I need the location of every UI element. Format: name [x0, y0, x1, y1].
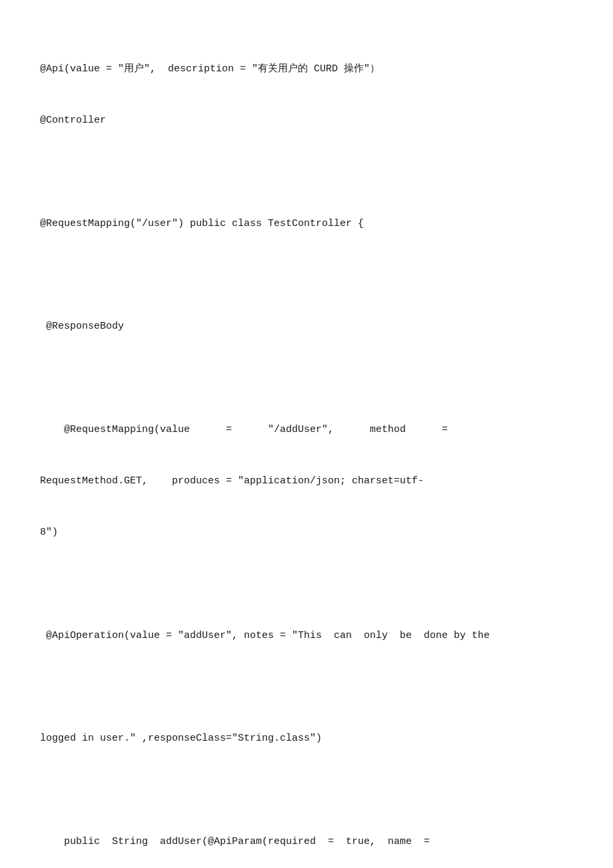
code-line-6: @ResponseBody — [40, 318, 573, 335]
code-line-10: 8″) — [40, 524, 573, 541]
code-line-5 — [40, 267, 573, 284]
code-line-7 — [40, 370, 573, 387]
code-line-16: public String addUser(@ApiParam(required… — [40, 833, 573, 851]
code-line-1: @Api(value = ″用户″, description = ″有关用户的 … — [40, 61, 573, 78]
main-content: @Api(value = ″用户″, description = ″有关用户的 … — [40, 27, 573, 868]
code-line-4: @RequestMapping(″/user″) public class Te… — [40, 215, 573, 233]
code-line-12: @ApiOperation(value = ″addUser″, notes =… — [40, 627, 573, 645]
code-line-3 — [40, 164, 573, 181]
code-line-9: RequestMethod.GET, produces = ″applicati… — [40, 473, 573, 490]
code-line-2: @Controller — [40, 112, 573, 129]
code-line-8: @RequestMapping(value = ″/addUser″, meth… — [40, 421, 573, 439]
code-line-11 — [40, 576, 573, 593]
code-line-15 — [40, 782, 573, 799]
code-line-13 — [40, 679, 573, 696]
code-block: @Api(value = ″用户″, description = ″有关用户的 … — [40, 27, 573, 868]
code-line-14: logged in user.″ ,responseClass=″String.… — [40, 730, 573, 747]
